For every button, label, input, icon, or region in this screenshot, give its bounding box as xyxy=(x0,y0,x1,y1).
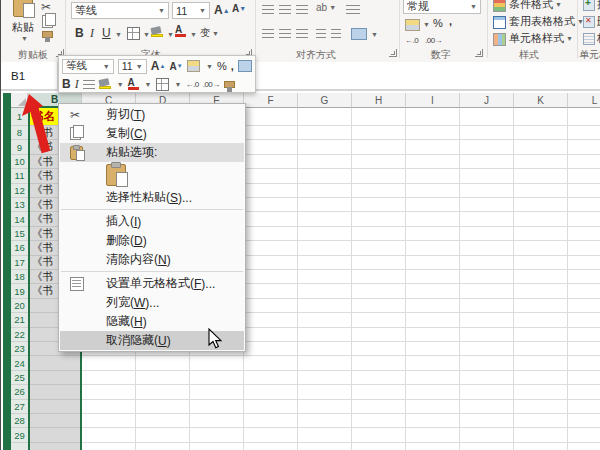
mini-comma-style-icon[interactable]: , xyxy=(231,60,234,72)
menu-item-paste-option[interactable] xyxy=(60,162,244,188)
merge-caret-icon[interactable]: ▼ xyxy=(371,31,378,38)
row-header-15[interactable]: 15 xyxy=(11,227,28,241)
alignment-dialog-launcher-icon[interactable] xyxy=(389,49,397,57)
orientation-icon[interactable]: ab▼ xyxy=(316,2,336,13)
mini-merge-center-icon[interactable] xyxy=(238,60,252,72)
cell-B25[interactable] xyxy=(30,371,80,385)
mini-fill-color-icon[interactable] xyxy=(99,79,111,89)
phonetic-guide-icon[interactable]: 变▼ xyxy=(200,26,219,40)
row-header-1[interactable]: 1 xyxy=(11,108,28,126)
menu-item-unhide[interactable]: 取消隐藏(U) xyxy=(60,331,244,350)
row-header-11[interactable]: 11 xyxy=(11,169,28,183)
row-header-22[interactable]: 22 xyxy=(11,328,28,342)
font-color-caret-icon[interactable]: ▼ xyxy=(190,31,197,38)
menu-item-delete[interactable]: 删除(D) xyxy=(60,231,244,250)
menu-item-hide[interactable]: 隐藏(H) xyxy=(60,312,244,331)
format-button[interactable]: 格式 xyxy=(583,31,600,46)
shrink-font-icon[interactable]: A▼ xyxy=(232,3,246,14)
column-header-J[interactable]: J xyxy=(460,93,514,108)
align-bottom-icon[interactable] xyxy=(296,5,308,14)
bold-button[interactable]: B xyxy=(75,26,84,40)
menu-item-format-cells[interactable]: 设置单元格格式(F)... xyxy=(60,274,244,293)
mini-grow-font-icon[interactable]: A▲ xyxy=(151,59,166,73)
chevron-down-icon[interactable]: ▼ xyxy=(158,7,165,14)
chevron-down-icon[interactable]: ▼ xyxy=(470,3,477,10)
row-header-23[interactable]: 23 xyxy=(11,342,28,356)
row-header-13[interactable]: 13 xyxy=(11,198,28,212)
accounting-format-icon[interactable] xyxy=(405,19,420,31)
paste-dropdown-caret-icon[interactable]: ▼ xyxy=(21,35,28,42)
name-box[interactable]: B1 xyxy=(1,62,58,89)
chevron-down-icon[interactable]: ▼ xyxy=(199,7,206,14)
merge-center-icon[interactable] xyxy=(351,28,367,40)
row-header-12[interactable]: 12 xyxy=(11,184,28,198)
column-header-H[interactable]: H xyxy=(352,93,406,108)
align-right-icon[interactable] xyxy=(296,29,308,38)
fill-color-caret-icon[interactable]: ▼ xyxy=(167,31,174,38)
font-name-combo[interactable]: 等线▼ xyxy=(71,2,169,19)
cell-styles-button[interactable]: 单元格样式▼ xyxy=(493,31,573,46)
row-header-19[interactable]: 19 xyxy=(11,284,28,298)
row-header-16[interactable]: 16 xyxy=(11,241,28,255)
percent-style-icon[interactable]: % xyxy=(433,17,443,29)
column-header-I[interactable]: I xyxy=(406,93,460,108)
mini-increase-decimal-icon[interactable]: ←.0 xyxy=(185,80,198,89)
row-header-27[interactable]: 27 xyxy=(11,400,28,414)
menu-item-insert[interactable]: 插入(I) xyxy=(60,212,244,231)
menu-item-paste-options-label[interactable]: 粘贴选项: xyxy=(60,143,244,162)
mini-accounting-format-icon[interactable] xyxy=(187,60,200,72)
underline-caret-icon[interactable]: ▼ xyxy=(115,31,122,38)
align-center-icon[interactable] xyxy=(279,29,291,38)
cell-B27[interactable] xyxy=(30,400,80,414)
row-header-18[interactable]: 18 xyxy=(11,270,28,284)
row-header-20[interactable]: 20 xyxy=(11,299,28,313)
row-header-25[interactable]: 25 xyxy=(11,371,28,385)
increase-decimal-icon[interactable]: ←.0 xyxy=(405,36,418,45)
column-header-G[interactable]: G xyxy=(298,93,352,108)
accounting-caret-icon[interactable]: ▼ xyxy=(423,21,430,28)
menu-item-column-width[interactable]: 列宽(W)... xyxy=(60,293,244,312)
column-header-L[interactable]: L xyxy=(568,93,600,108)
wrap-text-icon[interactable] xyxy=(346,5,360,14)
mini-font-size-combo[interactable]: 11▼ xyxy=(118,59,147,74)
mini-percent-style-icon[interactable]: % xyxy=(217,60,227,72)
format-as-table-button[interactable]: 套用表格格式▼ xyxy=(493,14,584,29)
mini-font-color-icon[interactable]: A xyxy=(128,78,139,90)
borders-caret-icon[interactable]: ▼ xyxy=(143,31,150,38)
column-header-F[interactable]: F xyxy=(244,93,298,108)
align-left-icon[interactable] xyxy=(262,29,274,38)
fill-color-icon[interactable] xyxy=(151,27,163,37)
italic-button[interactable]: I xyxy=(90,26,94,41)
row-header-29[interactable]: 29 xyxy=(11,428,28,442)
mini-italic-button[interactable]: I xyxy=(75,77,79,92)
format-painter-icon[interactable] xyxy=(42,31,53,38)
conditional-formatting-button[interactable]: 条件格式▼ xyxy=(493,0,562,12)
font-color-icon[interactable]: A xyxy=(175,25,186,37)
grow-font-icon[interactable]: A▲ xyxy=(214,3,230,17)
mini-bold-button[interactable]: B xyxy=(62,77,71,91)
row-header-17[interactable]: 17 xyxy=(11,256,28,270)
cell-B29[interactable] xyxy=(30,428,80,442)
copy-icon[interactable] xyxy=(42,15,53,28)
mini-shrink-font-icon[interactable]: A▼ xyxy=(169,61,182,72)
mini-format-painter-icon[interactable] xyxy=(224,81,235,88)
borders-icon[interactable] xyxy=(127,27,140,40)
cell-B24[interactable] xyxy=(30,356,80,370)
row-header-26[interactable]: 26 xyxy=(11,385,28,399)
menu-item-clear-contents[interactable]: 清除内容(N) xyxy=(60,250,244,269)
menu-item-paste-special[interactable]: 选择性粘贴(S)... xyxy=(60,188,244,207)
paste-option-icon[interactable] xyxy=(106,164,126,186)
number-dialog-launcher-icon[interactable] xyxy=(475,49,483,57)
mini-font-name-combo[interactable]: 等线▼ xyxy=(62,59,114,74)
insert-cells-button[interactable]: 插入 xyxy=(583,0,600,12)
row-header-14[interactable]: 14 xyxy=(11,212,28,226)
align-middle-icon[interactable] xyxy=(279,5,291,14)
increase-indent-icon[interactable] xyxy=(331,29,341,38)
delete-cells-button[interactable]: 删除 xyxy=(583,14,600,29)
row-header-28[interactable]: 28 xyxy=(11,414,28,428)
align-top-icon[interactable] xyxy=(262,5,274,14)
mini-borders-icon[interactable] xyxy=(156,78,169,91)
menu-item-cut[interactable]: 剪切(T) xyxy=(60,105,244,124)
cell-B26[interactable] xyxy=(30,385,80,399)
column-header-K[interactable]: K xyxy=(514,93,568,108)
